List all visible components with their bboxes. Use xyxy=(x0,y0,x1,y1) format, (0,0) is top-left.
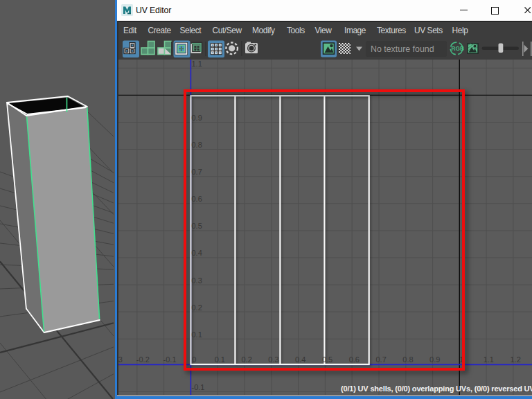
svg-text:No texture found: No texture found xyxy=(371,44,434,54)
svg-text:RGB: RGB xyxy=(452,45,465,52)
